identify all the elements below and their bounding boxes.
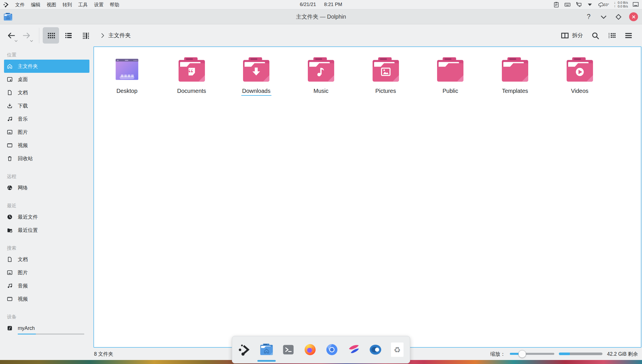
sidebar-item-videos[interactable]: 视频 — [4, 139, 89, 152]
view-mode-details-button[interactable] — [78, 27, 94, 44]
menu-edit[interactable]: 编辑 — [28, 0, 44, 9]
folder-label: Desktop — [116, 88, 138, 95]
view-mode-compact-button[interactable] — [60, 27, 77, 44]
forward-button[interactable] — [20, 27, 33, 44]
dock-item-elisa[interactable] — [347, 343, 361, 357]
disk-capacity-fill — [559, 353, 570, 355]
caret-down-icon[interactable] — [586, 1, 593, 8]
clock-widget[interactable]: 6/21/21 8:21 PM — [300, 0, 342, 9]
close-button[interactable] — [629, 12, 638, 21]
sidebar-item-documents[interactable]: 文档 — [4, 86, 89, 99]
sidebar-item-search-documents[interactable]: 文档 — [4, 253, 89, 266]
system-tray: 33°↓0.0 B/s↑0.0 B/s — [553, 0, 642, 9]
device-usage-fill — [18, 334, 36, 334]
zoom-slider-handle[interactable] — [518, 350, 526, 358]
breadcrumb[interactable]: 主文件夹 — [108, 32, 131, 39]
menu-help[interactable]: 帮助 — [107, 0, 122, 9]
menu-file[interactable]: 文件 — [12, 0, 28, 9]
folder-item-videos[interactable]: Videos — [547, 54, 612, 96]
view-mode-icons-button[interactable] — [43, 27, 59, 44]
keyboard-icon[interactable] — [564, 1, 571, 8]
folder-pictures-icon — [371, 54, 400, 86]
sidebar-item-network[interactable]: 网络 — [4, 181, 89, 194]
help-button[interactable]: ? — [584, 13, 593, 21]
icon-size-icon[interactable] — [608, 31, 616, 40]
sidebar-header-places: 位置 — [0, 51, 93, 58]
weather-widget[interactable]: 33° — [598, 1, 609, 8]
search-icon[interactable] — [591, 31, 600, 40]
sidebar-item-recent-locations[interactable]: 最近位置 — [4, 224, 89, 237]
titlebar[interactable]: 主文件夹 — Dolphin ? — [0, 9, 642, 24]
minimize-button[interactable] — [599, 13, 608, 21]
document-icon — [7, 256, 13, 263]
sidebar-item-trash[interactable]: 回收站 — [4, 152, 89, 165]
dock-item-firefox[interactable] — [303, 343, 317, 357]
sidebar-item-recent-files[interactable]: 最近文件 — [4, 210, 89, 224]
sidebar-item-desktop[interactable]: 桌面 — [4, 73, 89, 86]
dock-item-dolphin[interactable] — [260, 343, 273, 357]
sidebar-item-home[interactable]: 主文件夹 — [4, 60, 89, 73]
dolphin-window: 主文件夹 — Dolphin ? 主文件夹 拆分 — [0, 9, 642, 360]
dock-item-kde-launcher[interactable] — [238, 343, 252, 357]
folder-item-desktop[interactable]: Desktop — [95, 54, 159, 96]
network-connections-icon[interactable] — [575, 1, 582, 8]
dock-item-trash[interactable]: ♻ — [390, 343, 404, 357]
split-view-icon — [561, 31, 569, 40]
toolbar-separator — [39, 28, 39, 43]
folder-plain-icon — [436, 54, 465, 86]
network-icon — [7, 185, 13, 191]
sidebar-header-devices: 设备 — [0, 313, 93, 320]
upload-speed: 0.0 B/s — [618, 5, 628, 8]
show-desktop-icon[interactable] — [632, 1, 639, 8]
window-folder-home-icon[interactable] — [3, 13, 13, 21]
dock-item-konsole[interactable] — [281, 343, 295, 357]
folder-item-pictures[interactable]: Pictures — [353, 54, 418, 96]
menu-settings[interactable]: 设置 — [91, 0, 107, 9]
split-view-button[interactable]: 拆分 — [561, 31, 583, 40]
firefox-icon — [303, 343, 317, 357]
folder-item-documents[interactable]: Documents — [159, 54, 224, 96]
menu-view[interactable]: 视图 — [44, 0, 59, 9]
net-speed-indicator[interactable]: ↓0.0 B/s↑0.0 B/s — [613, 1, 628, 8]
menu-tools[interactable]: 工具 — [75, 0, 91, 9]
dock-item-webcam-app[interactable] — [369, 343, 382, 357]
folder-label: Documents — [176, 88, 207, 95]
sidebar-item-search-audio[interactable]: 音频 — [4, 279, 89, 292]
sidebar-item-label: 桌面 — [18, 76, 28, 83]
back-caret-icon — [14, 40, 18, 42]
video-icon — [7, 296, 13, 302]
sidebar-item-search-images[interactable]: 图片 — [4, 266, 89, 279]
folder-view[interactable]: DesktopDocumentsDownloadsMusicPicturesPu… — [93, 46, 641, 348]
folder-grid: DesktopDocumentsDownloadsMusicPicturesPu… — [94, 47, 641, 96]
dock-item-chromium[interactable] — [325, 343, 339, 357]
sidebar-item-label: 图片 — [18, 129, 28, 136]
menu-go[interactable]: 转到 — [59, 0, 75, 9]
sidebar-item-search-videos[interactable]: 视频 — [4, 292, 89, 306]
sidebar-item-device-myarch[interactable]: myArch — [4, 322, 89, 335]
sidebar-item-music[interactable]: 音乐 — [4, 112, 89, 126]
desktop-plasma-icon — [114, 54, 140, 86]
upload-speed-icon: ↑ — [613, 5, 616, 8]
folder-item-downloads[interactable]: Downloads — [224, 54, 289, 96]
toolbar-right: 拆分 — [561, 31, 637, 40]
back-button[interactable] — [5, 27, 18, 44]
compact-view-icon — [64, 31, 73, 40]
zoom-slider[interactable] — [510, 353, 554, 355]
folder-label: Music — [313, 88, 329, 95]
maximize-button[interactable] — [614, 13, 623, 21]
sidebar-section-remote: 远程网络 — [0, 173, 93, 194]
image-icon — [7, 129, 13, 135]
folder-item-templates[interactable]: Templates — [483, 54, 547, 96]
folder-item-music[interactable]: Music — [289, 54, 353, 96]
toolbar: 主文件夹 拆分 — [0, 24, 642, 46]
sidebar-item-label: 主文件夹 — [18, 63, 38, 70]
sidebar-item-pictures[interactable]: 图片 — [4, 126, 89, 139]
sidebar-section-places: 位置主文件夹桌面文档下载音乐图片视频回收站 — [0, 51, 93, 165]
folder-item-public[interactable]: Public — [418, 54, 483, 96]
clipboard-icon[interactable] — [553, 1, 560, 8]
sidebar-item-downloads[interactable]: 下载 — [4, 99, 89, 112]
sidebar-header-remote: 远程 — [0, 173, 93, 180]
desktop-icon — [7, 76, 13, 83]
hamburger-menu-icon[interactable] — [624, 31, 633, 40]
kde-logo-icon[interactable] — [3, 2, 9, 7]
